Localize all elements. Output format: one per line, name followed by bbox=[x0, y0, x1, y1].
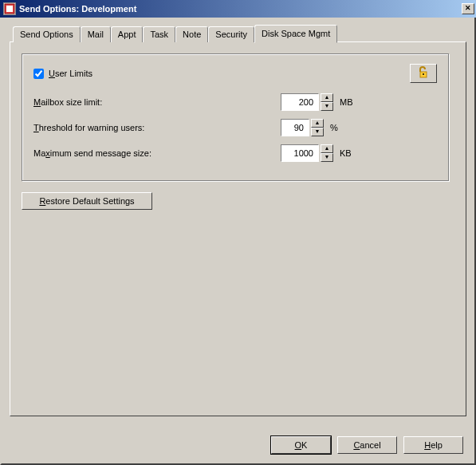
mailbox-size-spin-down[interactable]: ▼ bbox=[321, 102, 333, 111]
tab-note[interactable]: Note bbox=[175, 26, 208, 42]
tab-appt[interactable]: Appt bbox=[111, 26, 144, 42]
mailbox-size-input[interactable] bbox=[281, 93, 319, 111]
user-limits-checkbox-wrap[interactable]: User Limits bbox=[33, 69, 92, 79]
dialog-client-area: Send Options Mail Appt Task Note Securit… bbox=[0, 18, 476, 465]
svg-point-3 bbox=[423, 73, 424, 75]
threshold-input[interactable] bbox=[281, 119, 309, 136]
tab-disk-space-mgmt[interactable]: Disk Space Mgmt bbox=[254, 25, 337, 43]
threshold-unit: % bbox=[330, 123, 338, 132]
restore-defaults-button[interactable]: Restore Default Settings bbox=[22, 192, 152, 210]
mailbox-size-unit: MB bbox=[340, 97, 353, 107]
help-button[interactable]: Help bbox=[403, 436, 463, 454]
lock-toggle-button[interactable] bbox=[410, 64, 437, 83]
threshold-label: Threshold for warning users: bbox=[33, 123, 281, 132]
close-button[interactable]: ✕ bbox=[462, 3, 474, 14]
max-send-unit: KB bbox=[340, 148, 352, 158]
lock-open-icon bbox=[417, 66, 430, 81]
tab-strip: Send Options Mail Appt Task Note Securit… bbox=[13, 24, 466, 41]
app-icon bbox=[3, 2, 16, 15]
window-title: Send Options: Development bbox=[19, 4, 460, 14]
mailbox-size-row: Mailbox size limit: ▲ ▼ MB bbox=[33, 93, 437, 112]
mailbox-size-spin-up[interactable]: ▲ bbox=[321, 93, 333, 102]
user-limits-label: User Limits bbox=[49, 69, 92, 78]
max-send-spin-down[interactable]: ▼ bbox=[321, 153, 333, 162]
threshold-row: Threshold for warning users: ▲ ▼ % bbox=[33, 118, 437, 137]
max-send-row: Maximum send message size: ▲ ▼ KB bbox=[33, 144, 437, 163]
tab-send-options[interactable]: Send Options bbox=[13, 26, 81, 42]
max-send-label: Maximum send message size: bbox=[33, 148, 281, 158]
max-send-spin-up[interactable]: ▲ bbox=[321, 144, 333, 153]
tab-security[interactable]: Security bbox=[208, 26, 254, 42]
cancel-button[interactable]: Cancel bbox=[337, 436, 397, 454]
dialog-button-row: OK Cancel Help bbox=[271, 436, 463, 454]
svg-rect-1 bbox=[6, 6, 13, 12]
user-limits-group: User Limits Mailbox size limit: bbox=[22, 53, 449, 181]
threshold-spin-down[interactable]: ▼ bbox=[311, 128, 324, 136]
ok-button[interactable]: OK bbox=[271, 436, 331, 454]
threshold-spin-up[interactable]: ▲ bbox=[311, 119, 324, 128]
mailbox-size-label: Mailbox size limit: bbox=[33, 97, 281, 107]
user-limits-checkbox[interactable] bbox=[33, 69, 44, 79]
max-send-input[interactable] bbox=[281, 144, 319, 162]
tab-mail[interactable]: Mail bbox=[81, 26, 111, 42]
tab-panel-disk-space: User Limits Mailbox size limit: bbox=[10, 41, 466, 416]
title-bar: Send Options: Development ✕ bbox=[0, 0, 476, 18]
tab-task[interactable]: Task bbox=[143, 26, 175, 42]
